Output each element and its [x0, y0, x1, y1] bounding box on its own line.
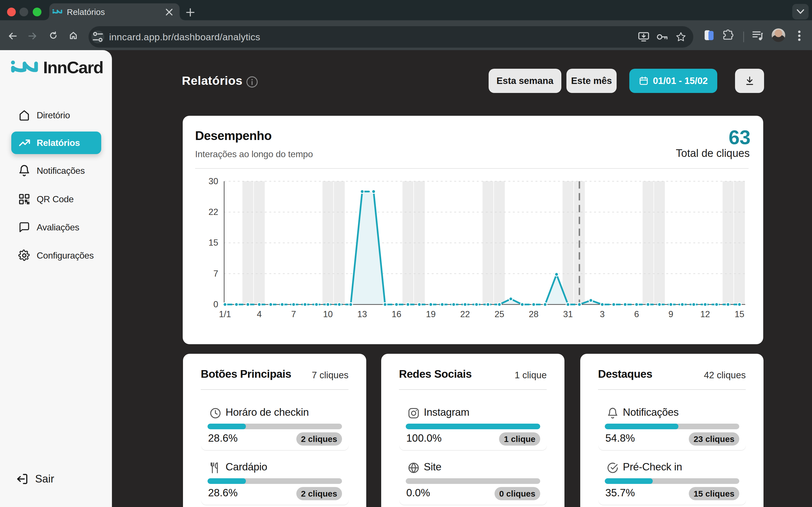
svg-text:31: 31 — [563, 309, 573, 319]
svg-text:3: 3 — [600, 309, 605, 319]
svg-text:22: 22 — [209, 207, 218, 217]
svg-text:16: 16 — [392, 309, 401, 319]
svg-text:30: 30 — [209, 176, 218, 186]
svg-text:25: 25 — [495, 309, 504, 319]
svg-text:19: 19 — [426, 309, 436, 319]
svg-text:1/1: 1/1 — [219, 309, 231, 319]
svg-text:15: 15 — [734, 309, 744, 319]
svg-text:12: 12 — [700, 309, 710, 319]
svg-text:22: 22 — [460, 309, 470, 319]
svg-text:15: 15 — [209, 238, 218, 247]
svg-text:6: 6 — [634, 309, 639, 319]
svg-text:28: 28 — [529, 309, 539, 319]
svg-text:7: 7 — [291, 309, 296, 319]
svg-text:10: 10 — [323, 309, 333, 319]
svg-text:13: 13 — [357, 309, 367, 319]
svg-text:0: 0 — [213, 299, 218, 309]
svg-text:7: 7 — [213, 269, 218, 279]
svg-text:9: 9 — [668, 309, 673, 319]
svg-text:4: 4 — [257, 309, 262, 319]
